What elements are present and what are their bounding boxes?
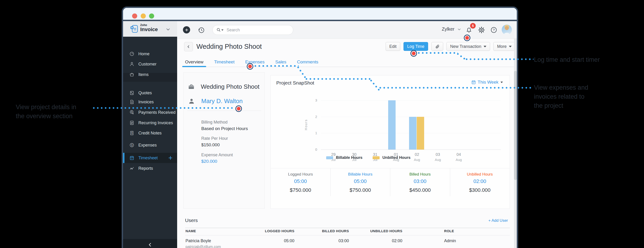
chart-y-tick: 2 — [306, 115, 317, 119]
scrollbar-track[interactable] — [514, 38, 517, 248]
caret-down-icon — [484, 46, 486, 47]
expense-amount-link[interactable]: $20.000 — [201, 159, 233, 164]
bar-unbilled-hours-02Aug[interactable] — [417, 117, 424, 150]
maximize-window-button[interactable] — [149, 14, 154, 18]
quick-create-button[interactable] — [183, 26, 190, 34]
legend-item-unbilled-hours: Unbilled Hours — [372, 155, 410, 160]
tab-timesheet[interactable]: Timesheet — [214, 60, 234, 64]
search-icon — [216, 28, 221, 32]
stat-logged-hours: Logged Hours 05:00 $750.000 — [271, 168, 330, 196]
log-time-button[interactable]: Log Time — [404, 42, 428, 51]
plus-icon — [184, 28, 189, 32]
sidebar-item-expenses[interactable]: $ Expenses — [123, 140, 177, 150]
chart-x-tick-month: Aug — [430, 158, 446, 162]
chevron-left-icon — [186, 44, 190, 49]
briefcase-icon — [188, 83, 195, 90]
sidebar-item-recurring-invoices[interactable]: Recurring Invoices — [123, 118, 177, 128]
tour-dotted-line — [254, 65, 298, 67]
column-header-billed-hours: BILLED HOURS — [302, 229, 349, 233]
tab-overview[interactable]: Overview — [185, 60, 203, 64]
sidebar-item-quotes[interactable]: Quotes — [123, 88, 177, 98]
screenshot-canvas: { "window": { "traffic_lights": ["#ED6A5… — [0, 0, 644, 248]
paperclip-icon — [435, 44, 440, 49]
tour-dotted-line — [418, 52, 458, 54]
annotation-log-time: Log time and start timer — [534, 55, 641, 64]
column-header-unbilled-hours: UNBILLED HOURS — [356, 229, 402, 233]
svg-text:$: $ — [131, 144, 132, 146]
sidebar-item-timesheet[interactable]: Timesheet — [123, 153, 177, 163]
home-icon — [129, 51, 134, 56]
search-bar[interactable] — [212, 25, 293, 35]
tab-sales[interactable]: Sales — [275, 60, 286, 64]
table-border — [185, 228, 510, 228]
sidebar-item-label: Home — [138, 52, 150, 56]
collapse-sidebar-icon[interactable] — [147, 242, 153, 248]
header-actions: Edit Log Time New Transaction More — [386, 42, 518, 51]
user-role: Admin — [444, 238, 456, 243]
recent-history-icon[interactable] — [198, 26, 205, 34]
add-timesheet-icon[interactable] — [168, 155, 174, 161]
annotation-view-expenses: View expenses and invoices related to th… — [534, 83, 641, 110]
sidebar-item-items[interactable]: Items — [123, 70, 177, 80]
bar-billable-hours-01Aug[interactable] — [388, 100, 396, 150]
edit-button[interactable]: Edit — [386, 42, 400, 51]
sidebar-item-label: Recurring Invoices — [138, 120, 173, 126]
quotes-icon — [129, 90, 134, 96]
minimize-window-button[interactable] — [141, 14, 146, 18]
page-title: Wedding Photo Shoot — [196, 43, 262, 50]
credit-notes-icon: $ — [129, 130, 134, 136]
tour-hotspot-log-time[interactable] — [411, 51, 416, 56]
search-scope-caret-icon[interactable] — [221, 29, 224, 31]
attach-file-button[interactable] — [431, 42, 443, 51]
app-logo-bar[interactable]: Zoho Invoice — [123, 21, 177, 37]
new-transaction-button[interactable]: New Transaction — [446, 42, 490, 51]
notification-badge: 5 — [470, 23, 476, 28]
help-icon[interactable]: ? — [490, 26, 497, 34]
tab-comments[interactable]: Comments — [297, 60, 318, 64]
annotation-view-project-details: View project details in the overview sec… — [16, 103, 104, 121]
close-window-button[interactable] — [132, 14, 137, 18]
chart-y-tick: 3 — [306, 98, 317, 102]
chart-y-axis-label: Hours — [304, 119, 308, 130]
sidebar-item-home[interactable]: Home — [123, 49, 177, 59]
bar-billable-hours-02Aug[interactable] — [409, 117, 416, 150]
stat-billed-hours: Billed Hours 03:00 $450.000 — [390, 168, 450, 196]
legend-swatch — [326, 156, 333, 159]
sidebar-item-reports[interactable]: Reports — [123, 163, 177, 174]
table-border — [185, 235, 510, 236]
project-name: Wedding Photo Shoot — [201, 83, 259, 90]
tour-hotspot-project-details[interactable] — [236, 106, 241, 111]
sidebar-item-label: Items — [138, 72, 148, 77]
chart-gridline — [321, 100, 501, 100]
invoices-icon — [129, 100, 134, 104]
user-avatar[interactable] — [502, 24, 512, 35]
chart-y-tick: 1 — [306, 131, 317, 135]
back-button[interactable] — [184, 42, 193, 51]
settings-gear-icon[interactable] — [478, 26, 485, 34]
tour-hotspot-notifications[interactable] — [464, 35, 470, 40]
users-heading: Users — [185, 218, 198, 223]
org-chevron-down-icon[interactable] — [166, 27, 171, 32]
org-switcher[interactable]: Zylker — [442, 26, 461, 32]
customer-link[interactable]: Mary D. Walton — [201, 98, 242, 105]
tour-dotted-line — [379, 87, 532, 89]
tour-dotted-line — [466, 58, 534, 60]
chart-x-tick-month: Aug — [450, 158, 467, 162]
app-logo-text: Zoho Invoice — [140, 24, 158, 32]
tour-hotspot-sales-tab[interactable] — [248, 64, 252, 69]
more-button[interactable]: More — [493, 42, 516, 51]
org-name: Zylker — [442, 26, 454, 32]
user-billed-hours: 03:00 — [302, 238, 349, 243]
sidebar-item-credit-notes[interactable]: $ Credit Notes — [123, 128, 177, 138]
search-input[interactable] — [226, 28, 283, 33]
expenses-icon: $ — [129, 142, 134, 148]
panel-divider — [187, 110, 261, 111]
tab-expenses[interactable]: Expenses — [245, 60, 264, 64]
logo-brand: Invoice — [140, 27, 158, 32]
recurring-invoices-icon — [129, 120, 134, 126]
sidebar-item-customer[interactable]: Customer — [123, 59, 177, 69]
column-header-role: ROLE — [444, 229, 454, 233]
sidebar-item-invoices[interactable]: Invoices — [123, 97, 177, 107]
add-user-button[interactable]: + Add User — [485, 218, 508, 223]
reports-icon — [129, 166, 134, 171]
